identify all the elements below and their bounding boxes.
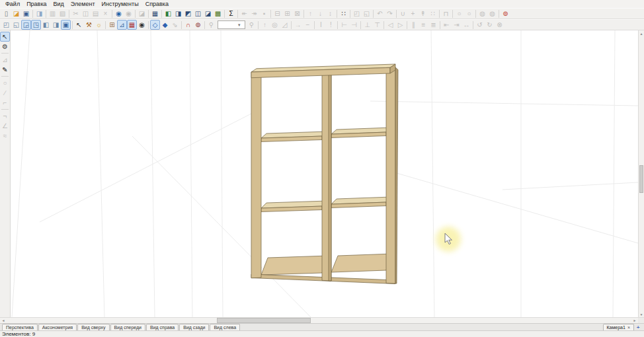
align-horizontal-button[interactable]: ⊟ — [272, 9, 282, 19]
viewport-3d[interactable] — [11, 30, 638, 317]
select-tool-button[interactable]: ↖ — [0, 32, 10, 42]
menu-view[interactable]: Вид — [50, 1, 67, 7]
settings-button[interactable]: ⊚ — [501, 9, 510, 19]
horizontal-scroll-thumb[interactable] — [217, 318, 311, 323]
flip-h-button[interactable]: ◁ — [385, 20, 395, 30]
select-cursor-button[interactable]: ↖ — [74, 20, 84, 30]
window-down-button[interactable]: ◩ — [183, 9, 193, 19]
align-center-button[interactable]: ⊠ — [292, 9, 302, 19]
contour-tool-button[interactable]: ○ — [0, 78, 10, 88]
group-objects-button[interactable]: ◰ — [352, 9, 362, 19]
raise-object-button[interactable]: ↟ — [418, 9, 428, 19]
distribute-2-button[interactable]: ≡ — [419, 20, 428, 30]
view-tab-left[interactable]: Вид слева — [210, 324, 240, 330]
window-up-button[interactable]: ◪ — [203, 9, 213, 19]
view-tab-top[interactable]: Вид сверху — [77, 324, 109, 330]
window-add-button[interactable]: ◧ — [163, 9, 173, 19]
angle-tool-button[interactable]: ∠ — [0, 121, 10, 131]
scroll-up-icon[interactable]: ▲ — [639, 30, 644, 36]
zoom-search-button[interactable]: ⚲ — [206, 20, 216, 30]
space-right-button[interactable]: ⇥ — [452, 20, 462, 30]
material-sample-button[interactable]: ⊞ — [107, 20, 117, 30]
exclaim-button[interactable]: ! — [326, 20, 336, 30]
display-mode-5-button[interactable]: ◧ — [41, 20, 51, 30]
paint-material-button[interactable]: ⚒ — [84, 20, 94, 30]
cut-button[interactable]: ✂ — [71, 9, 81, 19]
move-up-button[interactable]: ↑ — [305, 9, 315, 19]
grid-red-button[interactable]: ▦ — [127, 20, 137, 30]
window-select-button[interactable]: ◨ — [173, 9, 183, 19]
middle-divider-side[interactable] — [329, 70, 331, 281]
dash-line-button[interactable]: − — [303, 20, 313, 30]
space-left-button[interactable]: ⇤ — [442, 20, 452, 30]
scene-canvas[interactable] — [11, 30, 638, 317]
view-tab-back[interactable]: Вид сзади — [179, 324, 209, 330]
distribute-3-button[interactable]: ≣ — [428, 20, 438, 30]
horizontal-scroll-track[interactable] — [7, 318, 631, 323]
nav-back-button[interactable]: ↞ — [239, 9, 249, 19]
nav-stop-button[interactable]: ▪ — [259, 9, 269, 19]
fit-left-button[interactable]: ⊢ — [339, 20, 349, 30]
snap-free-button[interactable]: ⇘ — [170, 20, 180, 30]
scroll-down-icon[interactable]: ▼ — [639, 311, 644, 317]
ellipse-b-button[interactable]: ○ — [464, 9, 474, 19]
fit-right-button[interactable]: ⊣ — [349, 20, 359, 30]
close-icon[interactable]: × — [627, 324, 630, 330]
wave-tool-button[interactable]: ≈ — [0, 131, 10, 141]
scroll-right-icon[interactable]: ► — [631, 318, 638, 323]
display-mode-3-button[interactable]: ◲ — [21, 20, 31, 30]
nav-forward-button[interactable]: ↠ — [249, 9, 259, 19]
curve-tool-button[interactable]: ∪ — [398, 9, 408, 19]
mirror-b-button[interactable]: ◍ — [487, 9, 497, 19]
distribute-1-button[interactable]: ∥ — [409, 20, 419, 30]
arrow-right-button[interactable]: → — [293, 20, 303, 30]
align-floor-button[interactable]: ⊥ — [362, 20, 372, 30]
display-mode-2-button[interactable]: ◱ — [11, 20, 21, 30]
measure-tool-button[interactable]: ⊿ — [0, 55, 10, 65]
measure-ruler-button[interactable]: ⊿ — [117, 20, 127, 30]
scale-object-button[interactable]: ∷ — [428, 9, 438, 19]
add-point-button[interactable]: + — [408, 9, 418, 19]
text-cursor-button[interactable]: Ι — [316, 20, 326, 30]
align-vertical-button[interactable]: ⊞ — [282, 9, 292, 19]
space-even-button[interactable]: ↔ — [462, 20, 471, 30]
new-document-button[interactable]: ▯ — [1, 9, 11, 19]
zoom-area-button[interactable]: ⚲ — [247, 20, 257, 30]
ellipse-a-button[interactable]: ○ — [454, 9, 464, 19]
open-folder-button[interactable]: ◪ — [11, 9, 21, 19]
snap-grid-button[interactable]: ∷ — [339, 9, 348, 19]
pan-up-button[interactable]: ↑ — [260, 20, 270, 30]
shelf-model[interactable] — [251, 64, 398, 284]
pan-target-button[interactable]: ◎ — [270, 20, 280, 30]
menu-edit[interactable]: Правка — [23, 1, 50, 7]
flip-v-button[interactable]: ▷ — [395, 20, 405, 30]
draw-pencil-button[interactable]: ✎ — [0, 65, 10, 75]
right-side-panel[interactable] — [386, 67, 395, 283]
shared-folder-button[interactable]: ◪ — [137, 9, 147, 19]
zoom-level-combobox[interactable]: ▾ — [218, 20, 245, 29]
display-mode-1-button[interactable]: ◰ — [1, 20, 11, 30]
move-down-button[interactable]: ↓ — [315, 9, 325, 19]
window-check-button[interactable]: ▩ — [213, 9, 223, 19]
view-tab-axonometry[interactable]: Аксонометрия — [38, 324, 77, 330]
zoom-level-input[interactable] — [218, 21, 238, 28]
view-tab-perspective[interactable]: Перспектива — [2, 324, 38, 330]
vertical-scrollbar[interactable]: ▲ ▼ — [638, 30, 644, 317]
shelf-bottom-floor-left[interactable] — [261, 256, 329, 275]
globe-offline-button[interactable]: ◉ — [124, 9, 134, 19]
window-wide-button[interactable]: ◫ — [193, 9, 203, 19]
display-mode-7-button[interactable]: ▣ — [61, 20, 71, 30]
orbit-ring-button[interactable]: ⊚ — [193, 20, 203, 30]
light-toggle-button[interactable]: ☼ — [94, 20, 104, 30]
save-button[interactable]: ▣ — [21, 9, 31, 19]
snap-move-button[interactable]: ◆ — [160, 20, 170, 30]
edit-params-button[interactable]: ⚙ — [0, 42, 10, 52]
chevron-down-icon[interactable]: ▾ — [238, 22, 241, 28]
mirror-a-button[interactable]: ◍ — [477, 9, 487, 19]
delete-button[interactable]: × — [101, 9, 110, 19]
rotate-a-button[interactable]: ↺ — [475, 20, 485, 30]
ungroup-button[interactable]: ◱ — [362, 9, 372, 19]
rotate-left-button[interactable]: ↶ — [375, 9, 385, 19]
pan-corner-button[interactable]: ◿ — [280, 20, 290, 30]
rotate-right-button[interactable]: ↷ — [385, 9, 395, 19]
